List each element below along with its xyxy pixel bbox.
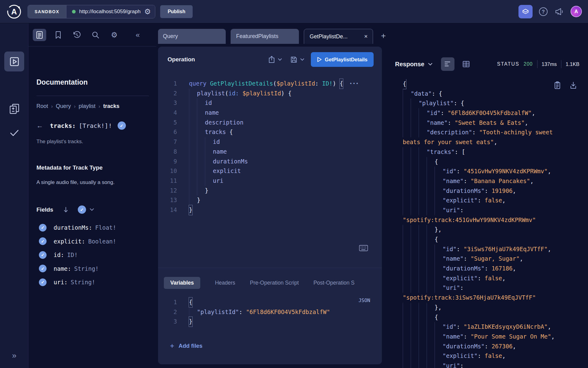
- checks-nav-button[interactable]: [0, 126, 28, 139]
- code-line: 1query GetPlaylistDetails($playlistId: I…: [158, 79, 382, 89]
- share-icon[interactable]: [268, 56, 275, 63]
- code-token: "explicit": [443, 196, 477, 205]
- code-token: 191906: [492, 186, 513, 196]
- tree-view-toggle[interactable]: [441, 57, 454, 71]
- field-checkbox[interactable]: ✓: [39, 251, 47, 259]
- explorer-icon: [8, 56, 21, 68]
- indent-guide: [189, 157, 197, 167]
- fields-list: ✓durationMs:Float!✓explicit:Boolean!✓id:…: [39, 221, 156, 289]
- indent-guide: [403, 176, 411, 186]
- code-token: :: [484, 264, 492, 274]
- help-icon[interactable]: ?: [538, 6, 548, 17]
- divider: [561, 60, 561, 68]
- add-files-button[interactable]: + Add files: [170, 342, 202, 350]
- indent-guide: [205, 137, 213, 147]
- code-token: :: [464, 176, 471, 186]
- code-line: "explicit": false,: [403, 274, 588, 283]
- share-dropdown-chevron-icon[interactable]: [278, 58, 282, 61]
- indent-guide: [427, 235, 435, 244]
- endpoint-url-input[interactable]: http://localhost:5059/graph: [79, 9, 141, 15]
- save-icon[interactable]: [290, 56, 298, 63]
- tab-headers[interactable]: Headers: [215, 280, 235, 286]
- sandbox-switcher-button[interactable]: [518, 5, 533, 18]
- user-avatar[interactable]: A: [571, 6, 582, 17]
- select-all-fields-checkbox[interactable]: ✓: [78, 205, 86, 214]
- run-operation-button[interactable]: GetPlaylistDetails: [311, 52, 374, 67]
- code-token: false: [484, 196, 502, 205]
- indent-guide: [403, 283, 411, 293]
- breadcrumb-link[interactable]: Root: [36, 103, 48, 109]
- response-dropdown-chevron-icon[interactable]: [428, 63, 432, 66]
- field-checkbox[interactable]: ✓: [39, 237, 47, 245]
- publish-button[interactable]: Publish: [160, 5, 193, 18]
- code-line: "uri":: [403, 361, 588, 368]
- tab-featuredplaylists[interactable]: FeaturedPlaylists: [231, 29, 299, 44]
- indent-guide: [411, 128, 419, 137]
- indent-guide: [427, 274, 435, 283]
- indent-guide: [403, 264, 411, 274]
- tab-variables[interactable]: Variables: [164, 277, 200, 289]
- field-selected-checkbox[interactable]: ✓: [118, 121, 126, 130]
- collapse-docs-icon[interactable]: «: [136, 31, 140, 39]
- tab-getplaylistde[interactable]: GetPlaylistDe...✕: [304, 29, 373, 44]
- docs-title: Documentation: [36, 78, 88, 86]
- code-token: "tracks": [427, 147, 455, 157]
- close-tab-icon[interactable]: ✕: [361, 34, 368, 39]
- history-icon[interactable]: [70, 29, 84, 41]
- save-dropdown-chevron-icon[interactable]: [300, 58, 304, 61]
- field-checkbox[interactable]: ✓: [39, 224, 47, 232]
- table-view-toggle[interactable]: [459, 57, 473, 71]
- expand-rail-icon[interactable]: »: [0, 351, 28, 359]
- code-token: :: [457, 167, 464, 176]
- indent-guide: [205, 166, 213, 176]
- code-token: :: [484, 342, 492, 351]
- svg-text:?: ?: [542, 9, 545, 14]
- indent-guide: [403, 322, 411, 332]
- breadcrumb-link[interactable]: Query: [56, 103, 71, 109]
- keyboard-shortcuts-icon[interactable]: [359, 245, 368, 251]
- code-token: "description": [427, 128, 472, 137]
- indent-guide: [427, 283, 435, 293]
- docs-settings-icon[interactable]: ⚙: [107, 29, 121, 41]
- search-icon[interactable]: [89, 29, 102, 41]
- field-checkbox[interactable]: ✓: [39, 265, 47, 272]
- code-line: "id": "6Fl8d6KF0O4V5kFdbzalfW",: [403, 108, 588, 118]
- indent-guide: [189, 195, 197, 205]
- documentation-tab-icon[interactable]: [33, 29, 46, 41]
- code-line: "explicit": false,: [403, 196, 588, 205]
- indent-guide: [403, 303, 411, 312]
- explorer-nav-button[interactable]: [4, 52, 24, 71]
- code-token: ,: [532, 108, 535, 118]
- tab-pre-operation-script[interactable]: Pre-Operation Script: [250, 280, 299, 286]
- changelog-nav-button[interactable]: [0, 102, 28, 116]
- indent-guide: [419, 196, 427, 205]
- announcements-icon[interactable]: [554, 7, 565, 17]
- add-tab-button[interactable]: +: [381, 32, 386, 44]
- indent-guide: [435, 205, 443, 215]
- tab-query[interactable]: Query: [158, 29, 226, 44]
- indent-guide: [411, 351, 419, 361]
- variables-editor[interactable]: 1{2"playlistId": "6Fl8d6KF0O4V5kFdbzalfW…: [158, 297, 382, 327]
- tab-post-operation-s[interactable]: Post-Operation S: [314, 280, 355, 286]
- endpoint-settings-icon[interactable]: ⚙: [144, 8, 151, 15]
- back-arrow-icon[interactable]: ←: [36, 122, 50, 130]
- bookmark-icon[interactable]: [51, 29, 65, 41]
- indent-guide: [435, 332, 443, 342]
- chevron-down-icon[interactable]: [90, 208, 94, 211]
- operation-editor[interactable]: 1query GetPlaylistDetails($playlistId: I…: [158, 79, 382, 215]
- field-checkbox[interactable]: ✓: [39, 278, 47, 286]
- code-line: 11uri: [158, 176, 382, 186]
- code-line: "durationMs": 191906,: [403, 186, 588, 196]
- apollo-logo[interactable]: A: [6, 4, 22, 20]
- breadcrumb-link[interactable]: playlist: [79, 103, 96, 109]
- topbar: A SANDBOX http://localhost:5059/graph ⚙ …: [0, 0, 588, 23]
- code-token: ,: [502, 274, 505, 283]
- indent-guide: [435, 186, 443, 196]
- response-viewer[interactable]: {"data": {"playlist": {"id": "6Fl8d6KF0O…: [403, 79, 588, 368]
- code-token: beats for your sweet eats": [403, 137, 494, 147]
- sort-arrow-icon[interactable]: [63, 207, 69, 213]
- indent-guide: [411, 167, 419, 176]
- indent-guide: [435, 167, 443, 176]
- run-button-label: GetPlaylistDetails: [325, 57, 368, 63]
- indent-guide: [403, 118, 411, 128]
